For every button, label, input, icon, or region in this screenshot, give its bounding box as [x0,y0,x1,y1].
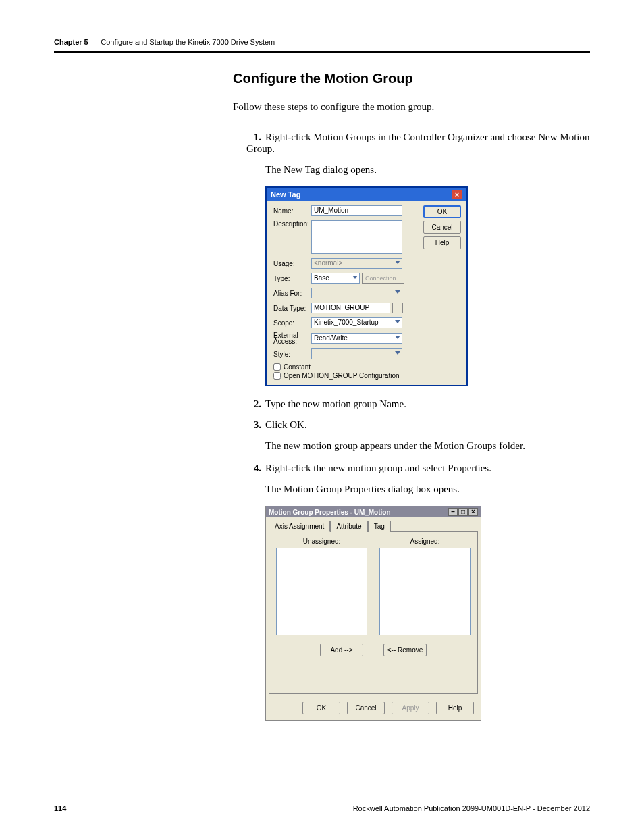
motion-group-properties-dialog: Motion Group Properties - UM_Motion –□× … [265,506,481,721]
name-input[interactable]: UM_Motion [311,205,402,216]
step-text: Type the new motion group Name. [265,398,406,409]
alias-label: Alias For: [273,290,311,297]
tab-tag[interactable]: Tag [368,521,391,532]
step-text: Right-click Motion Groups in the Control… [246,132,589,154]
dialog-titlebar: New Tag × [267,188,466,201]
datatype-input[interactable]: MOTION_GROUP [311,303,390,313]
step-4-subtext: The Motion Group Properties dialog box o… [265,484,590,495]
tab-attribute[interactable]: Attribute [330,521,367,532]
dialog2-titlebar: Motion Group Properties - UM_Motion –□× [266,506,481,517]
unassigned-column: Unassigned: [276,538,367,635]
assigned-label: Assigned: [379,538,471,545]
page-number: 114 [54,804,66,812]
step-number: 2. [246,398,261,410]
apply-button: Apply [392,702,429,714]
assigned-column: Assigned: [379,538,471,635]
chapter-title: Configure and Startup the Kinetix 7000 D… [101,38,275,46]
constant-checkbox-row: Constant [273,363,462,371]
step-2: 2.Type the new motion group Name. [246,398,590,410]
scope-select[interactable]: Kinetix_7000_Startup [311,317,402,328]
step-number: 4. [246,463,261,474]
step-1: 1.Right-click Motion Groups in the Contr… [246,132,590,155]
ok-button[interactable]: OK [302,702,340,714]
style-select [311,348,402,359]
tab-body: Unassigned: Assigned: Add --> <-- Remove [269,531,478,694]
maximize-icon[interactable]: □ [458,508,468,516]
step-text: Right-click the new motion group and sel… [265,463,491,473]
alias-select [311,288,402,298]
type-select[interactable]: Base [311,273,360,284]
usage-label: Usage: [273,260,311,267]
page-footer: 114 Rockwell Automation Publication 2099… [54,804,590,812]
name-label: Name: [273,207,311,215]
external-access-select[interactable]: Read/Write [311,333,402,344]
constant-label: Constant [284,363,311,371]
page-header: Chapter 5 Configure and Startup the Kine… [54,35,590,53]
unassigned-listbox[interactable] [276,548,367,635]
description-input[interactable] [311,220,402,254]
open-config-checkbox-row: Open MOTION_GROUP Configuration [273,372,462,380]
tabs: Axis Assignment Attribute Tag [266,517,481,531]
intro-text: Follow these steps to configure the moti… [233,101,590,113]
open-config-checkbox[interactable] [273,372,281,380]
help-button[interactable]: Help [423,236,461,249]
dialog-title: New Tag [271,190,300,199]
dialog2-title: Motion Group Properties - UM_Motion [269,509,391,516]
description-label: Description: [273,220,311,228]
steps-list: 1.Right-click Motion Groups in the Contr… [246,132,590,155]
step-text: Click OK. [265,419,307,430]
chapter-label: Chapter 5 [54,38,88,46]
minimize-icon[interactable]: – [448,508,458,516]
step-1-subtext: The New Tag dialog opens. [265,164,590,176]
datatype-label: Data Type: [273,305,311,312]
steps-list-2: 2.Type the new motion group Name. 3.Clic… [246,398,590,431]
assigned-listbox[interactable] [379,548,471,635]
add-button[interactable]: Add --> [320,644,363,656]
steps-list-3: 4.Right-click the new motion group and s… [246,463,590,474]
external-access-label: External Access: [273,332,311,344]
style-label: Style: [273,350,311,358]
unassigned-label: Unassigned: [276,538,367,545]
tab-axis-assignment[interactable]: Axis Assignment [269,521,330,532]
close-icon[interactable]: × [468,508,478,516]
type-label: Type: [273,275,311,282]
cancel-button[interactable]: Cancel [423,221,461,234]
open-config-label: Open MOTION_GROUP Configuration [284,372,400,380]
datatype-browse-button[interactable]: ... [392,303,403,313]
step-3-subtext: The new motion group appears under the M… [265,440,590,452]
step-number: 3. [246,419,261,431]
window-buttons: –□× [448,508,478,516]
main-content: Configure the Motion Group Follow these … [233,71,590,733]
close-icon[interactable]: × [452,190,462,199]
constant-checkbox[interactable] [273,363,281,371]
section-title: Configure the Motion Group [233,71,590,86]
scope-label: Scope: [273,319,311,327]
help-button[interactable]: Help [436,702,474,714]
cancel-button[interactable]: Cancel [347,702,385,714]
new-tag-dialog: New Tag × OK Cancel Help Name: UM_Motion… [265,186,468,386]
ok-button[interactable]: OK [423,205,461,218]
step-number: 1. [246,132,261,143]
usage-select: <normal> [311,258,402,269]
remove-button[interactable]: <-- Remove [383,644,427,656]
step-4: 4.Right-click the new motion group and s… [246,463,590,474]
connection-button: Connection... [362,273,404,284]
publication-info: Rockwell Automation Publication 2099-UM0… [353,804,590,812]
step-3: 3.Click OK. [246,419,590,431]
